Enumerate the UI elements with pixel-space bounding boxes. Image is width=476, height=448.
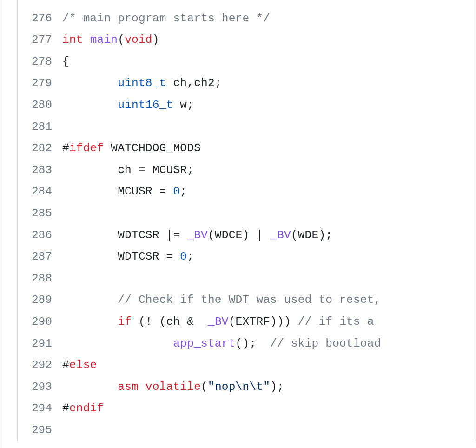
token: # [62,359,69,371]
code-line[interactable]: 278{ [18,51,476,73]
code-content[interactable]: #else [62,354,476,376]
line-number[interactable]: 294 [18,398,62,420]
code-container: 275276/* main program starts here */277i… [17,0,476,441]
line-number[interactable]: 280 [18,94,62,116]
code-line[interactable]: 294#endif [18,398,476,420]
code-line[interactable]: 277int main(void) [18,29,476,51]
token: (EXTRF))) [229,315,298,328]
token: // skip bootload [270,337,381,350]
line-number[interactable]: 282 [18,138,62,160]
code-content[interactable]: MCUSR = 0; [62,181,476,203]
code-line[interactable]: 276/* main program starts here */ [18,8,476,30]
token: main [90,33,118,46]
token: MCUSR = [62,185,173,198]
line-number[interactable]: 275 [18,0,62,8]
token: /* main program starts here */ [62,12,270,25]
line-number[interactable]: 277 [18,29,62,51]
line-number[interactable]: 276 [18,8,62,30]
token [62,77,118,89]
code-line[interactable]: 288 [18,268,476,290]
token: 0 [180,250,187,263]
token: endif [69,402,104,415]
line-number[interactable]: 284 [18,181,62,203]
code-line[interactable]: 295 [18,420,476,441]
line-number[interactable]: 283 [18,160,62,181]
token: (); [236,337,271,350]
token: volatile [145,381,201,393]
line-number[interactable]: 293 [18,376,62,398]
code-viewport[interactable]: 275276/* main program starts here */277i… [0,0,476,448]
token: _BV [208,315,229,328]
code-content[interactable]: WDTCSR = 0; [62,246,476,268]
token: WATCHDOG_MODS [104,142,201,154]
token: ; [187,250,194,263]
token: (! (ch & [132,315,208,328]
code-line[interactable]: 281 [18,116,476,138]
code-content[interactable]: { [62,51,476,73]
code-content[interactable]: uint16_t w; [62,94,476,116]
line-number[interactable]: 281 [18,116,62,138]
code-line[interactable]: 282#ifdef WATCHDOG_MODS [18,138,476,160]
line-number[interactable]: 291 [18,333,62,355]
code-content[interactable]: // Check if the WDT was used to reset, [62,289,476,311]
token: asm [118,381,139,393]
code-line[interactable]: 285 [18,203,476,225]
code-line[interactable]: 291 app_start(); // skip bootload [18,333,476,355]
line-number[interactable]: 288 [18,268,62,290]
code-line[interactable]: 290 if (! (ch & _BV(EXTRF))) // if its a [18,311,476,333]
code-content[interactable]: app_start(); // skip bootload [62,333,476,355]
token [62,99,118,111]
code-content[interactable]: int main(void) [62,29,476,51]
token: w; [173,99,194,111]
code-content[interactable]: /* main program starts here */ [62,8,476,30]
code-line[interactable]: 289 // Check if the WDT was used to rese… [18,289,476,311]
token [62,381,118,393]
code-content[interactable]: #ifdef WATCHDOG_MODS [62,138,476,160]
code-line[interactable]: 292#else [18,354,476,376]
token: uint16_t [118,99,173,111]
code-line[interactable]: 286 WDTCSR |= _BV(WDCE) | _BV(WDE); [18,225,476,247]
token: (WDCE) | [208,229,270,241]
line-number[interactable]: 290 [18,311,62,333]
line-number[interactable]: 289 [18,289,62,311]
token: if [118,315,132,328]
code-content[interactable]: ch = MCUSR; [62,160,476,181]
code-content[interactable]: if (! (ch & _BV(EXTRF))) // if its a [62,311,476,333]
token: WDTCSR |= [62,229,187,241]
code-content[interactable]: asm volatile("nop\n\t"); [62,376,476,398]
code-line[interactable]: 280 uint16_t w; [18,94,476,116]
line-number[interactable]: 287 [18,246,62,268]
line-number[interactable]: 286 [18,225,62,247]
code-line[interactable]: 275 [18,0,476,8]
code-line[interactable]: 279 uint8_t ch,ch2; [18,73,476,94]
code-content[interactable]: uint8_t ch,ch2; [62,73,476,94]
token: # [62,402,69,415]
token: { [62,55,69,68]
code-line[interactable]: 283 ch = MCUSR; [18,160,476,181]
token: int [62,33,83,46]
token [62,315,118,328]
token: ); [270,381,284,393]
line-number[interactable]: 292 [18,354,62,376]
token [62,294,118,306]
token: (WDE); [291,229,332,241]
line-number[interactable]: 278 [18,51,62,73]
code-line[interactable]: 287 WDTCSR = 0; [18,246,476,268]
code-content[interactable]: WDTCSR |= _BV(WDCE) | _BV(WDE); [62,225,476,247]
code-line[interactable]: 284 MCUSR = 0; [18,181,476,203]
token: 0 [173,185,180,198]
line-number[interactable]: 285 [18,203,62,225]
line-number[interactable]: 295 [18,420,62,441]
token: ( [118,33,125,46]
token: // Check if the WDT was used to reset, [118,294,388,306]
token: ; [180,185,187,198]
code-content[interactable]: #endif [62,398,476,420]
token: ifdef [69,142,104,154]
token [139,381,145,393]
token: "nop\n\t" [208,381,270,393]
token: uint8_t [118,77,166,89]
token: WDTCSR = [62,250,180,263]
code-line[interactable]: 293 asm volatile("nop\n\t"); [18,376,476,398]
line-number[interactable]: 279 [18,73,62,94]
token [83,33,90,46]
